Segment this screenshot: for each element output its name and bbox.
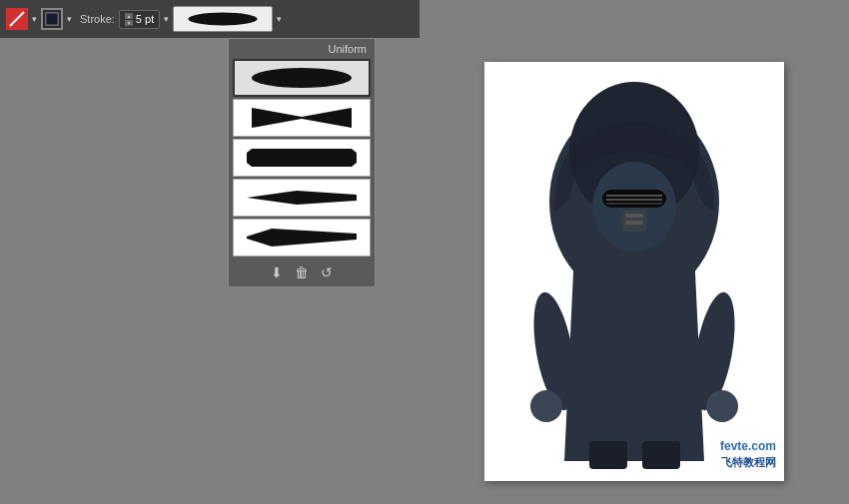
brush-preview-btn[interactable] xyxy=(173,6,273,32)
svg-point-12 xyxy=(530,390,562,422)
svg-point-2 xyxy=(189,13,258,26)
reset-brush-btn[interactable]: ↺ xyxy=(321,264,333,280)
brush-item-2[interactable] xyxy=(233,99,371,137)
brush-item-1[interactable] xyxy=(233,59,371,97)
fill-color-dropdown[interactable]: ▾ xyxy=(67,14,72,24)
svg-rect-14 xyxy=(589,441,627,469)
stroke-label: Stroke: xyxy=(80,13,115,25)
brush-panel: Uniform ⬇ 🗑 ↺ xyxy=(228,38,376,287)
brush-dropdown-arrow[interactable]: ▾ xyxy=(277,14,282,24)
watermark-line2: 飞特教程网 xyxy=(720,455,776,470)
svg-marker-4 xyxy=(252,108,352,128)
toolbar: ▾ ▾ Stroke: ▲ ▼ 5 pt ▾ ▾ xyxy=(0,0,420,38)
brush-item-4[interactable] xyxy=(233,179,371,217)
svg-rect-20 xyxy=(602,190,666,208)
fill-color-btn[interactable] xyxy=(41,8,63,30)
stroke-unit-dropdown[interactable]: ▾ xyxy=(164,14,169,24)
stroke-value: 5 pt xyxy=(136,13,154,25)
svg-marker-7 xyxy=(247,191,357,205)
art-canvas: fevte.com 飞特教程网 xyxy=(484,62,784,481)
brush-panel-header: Uniform xyxy=(229,39,375,57)
stroke-decrement[interactable]: ▼ xyxy=(125,20,133,26)
delete-brush-btn[interactable]: 🗑 xyxy=(295,264,309,280)
stroke-color-btn[interactable] xyxy=(6,8,28,30)
svg-rect-25 xyxy=(625,214,643,218)
stroke-increment[interactable]: ▲ xyxy=(125,13,133,19)
svg-point-3 xyxy=(252,68,352,88)
brush-panel-title: Uniform xyxy=(328,43,367,55)
add-brush-btn[interactable]: ⬇ xyxy=(271,264,283,280)
svg-line-0 xyxy=(10,12,24,26)
svg-rect-26 xyxy=(625,221,643,225)
brush-item-3[interactable] xyxy=(233,139,371,177)
svg-marker-6 xyxy=(247,149,357,167)
watermark-line1: fevte.com xyxy=(720,438,776,455)
watermark: fevte.com 飞特教程网 xyxy=(720,438,776,470)
svg-point-13 xyxy=(706,390,738,422)
svg-rect-15 xyxy=(642,441,680,469)
svg-rect-1 xyxy=(46,13,58,25)
stroke-color-dropdown[interactable]: ▾ xyxy=(32,14,37,24)
brush-panel-footer: ⬇ 🗑 ↺ xyxy=(229,258,375,282)
stroke-spinner[interactable]: ▲ ▼ xyxy=(125,13,133,26)
canvas-area: fevte.com 飞特教程网 xyxy=(420,38,849,504)
brush-item-5[interactable] xyxy=(233,219,371,256)
stroke-value-input[interactable]: ▲ ▼ 5 pt xyxy=(119,10,160,29)
svg-marker-8 xyxy=(247,229,357,247)
